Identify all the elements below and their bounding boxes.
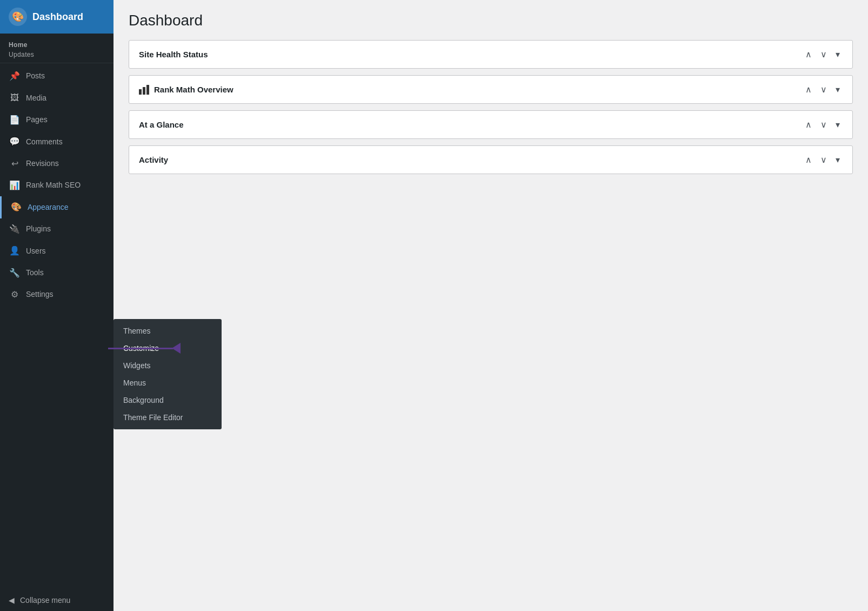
rank-math-logo-icon <box>139 85 151 95</box>
sidebar: 🎨 Dashboard Home Updates 📌 Posts 🖼 Media… <box>0 0 113 611</box>
sidebar-header[interactable]: 🎨 Dashboard <box>0 0 113 34</box>
rankmath-icon: 📊 <box>9 180 21 191</box>
widget-down-btn[interactable]: ∨ <box>818 83 830 96</box>
submenu-item-customize[interactable]: Customize <box>113 340 222 357</box>
widget-site-health: Site Health Status ∧ ∨ ▾ <box>129 40 853 69</box>
widget-collapse-btn[interactable]: ▾ <box>833 83 843 96</box>
sidebar-item-label: Pages <box>26 115 48 125</box>
sidebar-item-rankmath[interactable]: 📊 Rank Math SEO <box>0 175 113 196</box>
widget-site-health-header: Site Health Status ∧ ∨ ▾ <box>129 41 852 68</box>
widget-activity: Activity ∧ ∨ ▾ <box>129 145 853 174</box>
collapse-label: Collapse menu <box>20 596 70 605</box>
sidebar-item-users[interactable]: 👤 Users <box>0 240 113 262</box>
settings-icon: ⚙ <box>9 289 21 301</box>
widget-down-btn[interactable]: ∨ <box>818 48 830 61</box>
collapse-menu[interactable]: ◀ Collapse menu <box>0 589 113 611</box>
sidebar-item-label: Users <box>26 246 46 257</box>
svg-rect-0 <box>139 89 142 95</box>
tools-icon: 🔧 <box>9 267 21 279</box>
sidebar-item-label: Rank Math SEO <box>26 180 81 191</box>
pages-icon: 📄 <box>9 114 21 126</box>
widget-activity-controls: ∧ ∨ ▾ <box>803 154 843 166</box>
sidebar-item-comments[interactable]: 💬 Comments <box>0 131 113 152</box>
widget-up-btn[interactable]: ∧ <box>803 48 814 61</box>
sidebar-item-plugins[interactable]: 🔌 Plugins <box>0 218 113 240</box>
widget-up-btn[interactable]: ∧ <box>803 83 814 96</box>
submenu-item-background[interactable]: Background <box>113 391 222 409</box>
sidebar-item-label: Tools <box>26 268 44 278</box>
sidebar-section-home: Home Updates <box>0 34 113 61</box>
sidebar-item-settings[interactable]: ⚙ Settings <box>0 284 113 306</box>
main-content: Dashboard Site Health Status ∧ ∨ ▾ <box>113 0 868 611</box>
submenu-item-menus[interactable]: Menus <box>113 374 222 391</box>
widget-collapse-btn[interactable]: ▾ <box>833 154 843 166</box>
widget-rank-math-header: Rank Math Overview ∧ ∨ ▾ <box>129 76 852 103</box>
widget-at-a-glance-title: At a Glance <box>139 120 184 129</box>
svg-rect-1 <box>143 87 145 95</box>
sidebar-item-label: Settings <box>26 289 54 300</box>
users-icon: 👤 <box>9 245 21 257</box>
updates-label[interactable]: Updates <box>9 51 105 58</box>
sidebar-item-posts[interactable]: 📌 Posts <box>0 65 113 87</box>
sidebar-header-title: Dashboard <box>32 11 83 23</box>
appearance-icon: 🎨 <box>10 201 22 213</box>
posts-icon: 📌 <box>9 70 21 82</box>
plugins-icon: 🔌 <box>9 223 21 235</box>
revisions-icon: ↩ <box>9 158 21 170</box>
svg-rect-2 <box>146 85 149 95</box>
collapse-icon: ◀ <box>9 596 15 605</box>
dashboard-widgets: Site Health Status ∧ ∨ ▾ <box>113 35 868 189</box>
sidebar-item-tools[interactable]: 🔧 Tools <box>0 262 113 284</box>
sidebar-item-pages[interactable]: 📄 Pages <box>0 109 113 131</box>
widget-rank-math-title: Rank Math Overview <box>139 85 233 95</box>
appearance-submenu: Themes Customize Widgets Menus Backgroun… <box>113 319 222 429</box>
sidebar-item-label: Revisions <box>26 158 59 169</box>
widget-site-health-controls: ∧ ∨ ▾ <box>803 48 843 61</box>
submenu-item-widgets[interactable]: Widgets <box>113 357 222 374</box>
widget-at-a-glance-header: At a Glance ∧ ∨ ▾ <box>129 111 852 138</box>
wordpress-icon: 🎨 <box>9 8 27 26</box>
widget-activity-header: Activity ∧ ∨ ▾ <box>129 146 852 174</box>
widget-down-btn[interactable]: ∨ <box>818 154 830 166</box>
sidebar-item-label: Media <box>26 93 46 104</box>
widget-site-health-title: Site Health Status <box>139 50 208 59</box>
widget-rank-math-controls: ∧ ∨ ▾ <box>803 83 843 96</box>
widget-collapse-btn[interactable]: ▾ <box>833 118 843 131</box>
sidebar-item-revisions[interactable]: ↩ Revisions <box>0 153 113 175</box>
widget-at-a-glance-controls: ∧ ∨ ▾ <box>803 118 843 131</box>
sidebar-item-media[interactable]: 🖼 Media <box>0 87 113 109</box>
widget-down-btn[interactable]: ∨ <box>818 118 830 131</box>
sidebar-item-label: Plugins <box>26 224 51 235</box>
sidebar-item-label: Posts <box>26 71 45 82</box>
sidebar-item-appearance[interactable]: 🎨 Appearance <box>0 196 113 218</box>
comments-icon: 💬 <box>9 136 21 148</box>
widget-rank-math: Rank Math Overview ∧ ∨ ▾ <box>129 75 853 104</box>
sidebar-item-label: Appearance <box>28 202 69 213</box>
widget-collapse-btn[interactable]: ▾ <box>833 48 843 61</box>
widget-up-btn[interactable]: ∧ <box>803 118 814 131</box>
home-label[interactable]: Home <box>9 41 105 49</box>
widget-at-a-glance: At a Glance ∧ ∨ ▾ <box>129 110 853 139</box>
media-icon: 🖼 <box>9 92 21 104</box>
widget-activity-title: Activity <box>139 155 168 164</box>
submenu-item-themes[interactable]: Themes <box>113 322 222 340</box>
page-title: Dashboard <box>129 12 853 29</box>
page-header: Dashboard <box>113 0 868 35</box>
submenu-item-theme-file-editor[interactable]: Theme File Editor <box>113 409 222 426</box>
sidebar-item-label: Comments <box>26 137 63 148</box>
widget-up-btn[interactable]: ∧ <box>803 154 814 166</box>
